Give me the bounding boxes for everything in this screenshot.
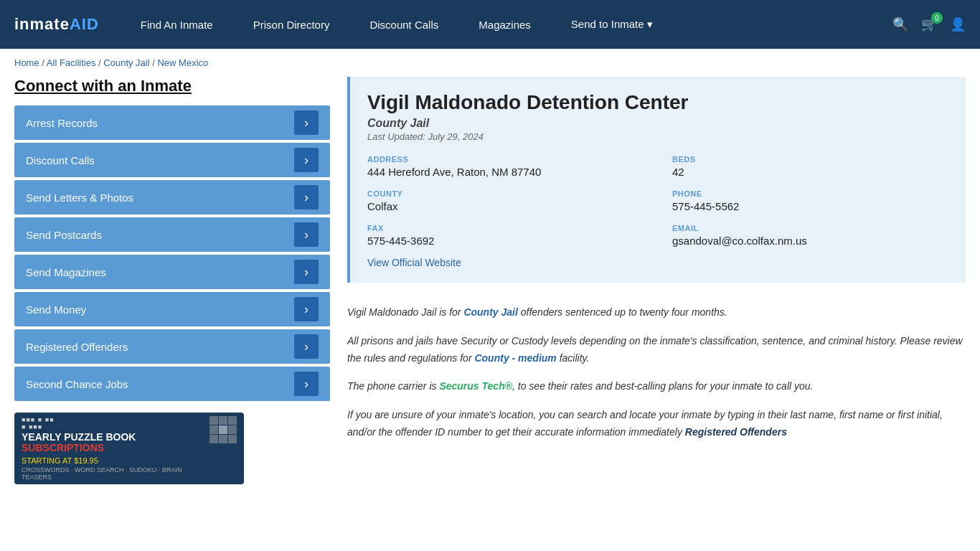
- header-icons: 🔍 🛒 0 👤: [892, 17, 966, 32]
- facility-description: Vigil Maldonado Jail is for County Jail …: [347, 297, 966, 460]
- sidebar-item-send-magazines[interactable]: Send Magazines ›: [14, 255, 330, 289]
- ad-title-line1: YEARLY PUZZLE BOOK: [22, 432, 204, 443]
- sidebar: Connect with an Inmate Arrest Records › …: [14, 77, 330, 484]
- desc-para3: The phone carrier is Securus Tech®, to s…: [347, 378, 966, 395]
- arrow-icon: ›: [294, 260, 319, 284]
- arrow-icon: ›: [294, 185, 319, 209]
- main-nav: Find An Inmate Prison Directory Discount…: [121, 18, 892, 31]
- facility-name: Vigil Maldonado Detention Center: [367, 91, 948, 114]
- site-header: inmateAID Find An Inmate Prison Director…: [0, 0, 980, 49]
- breadcrumb: Home / All Facilities / County Jail / Ne…: [0, 49, 980, 77]
- sidebar-menu: Arrest Records › Discount Calls › Send L…: [14, 105, 330, 401]
- nav-send-to-inmate[interactable]: Send to Inmate ▾: [551, 18, 673, 31]
- sidebar-item-send-money[interactable]: Send Money ›: [14, 292, 330, 326]
- beds-value: 42: [672, 166, 948, 178]
- main-container: Connect with an Inmate Arrest Records › …: [0, 77, 980, 499]
- breadcrumb-new-mexico[interactable]: New Mexico: [157, 57, 208, 68]
- county-jail-link1[interactable]: County Jail: [463, 306, 517, 318]
- cart-button[interactable]: 🛒 0: [921, 17, 937, 32]
- county-block: COUNTY Colfax: [367, 189, 644, 212]
- sidebar-heading: Connect with an Inmate: [14, 77, 330, 95]
- sidebar-item-label: Send Magazines: [26, 266, 106, 278]
- registered-offenders-link[interactable]: Registered Offenders: [685, 426, 787, 438]
- ad-price: STARTING AT $19.95: [22, 456, 204, 465]
- sidebar-item-label: Send Postcards: [26, 229, 102, 241]
- ad-banner[interactable]: ■■■ ■ ■■■ ■■■ YEARLY PUZZLE BOOK SUBSCRI…: [14, 413, 244, 484]
- sidebar-item-registered-offenders[interactable]: Registered Offenders ›: [14, 329, 330, 364]
- sidebar-item-send-letters[interactable]: Send Letters & Photos ›: [14, 180, 330, 215]
- sidebar-item-label: Second Chance Jobs: [26, 378, 128, 390]
- facility-updated: Last Updated: July 29, 2024: [367, 131, 948, 142]
- desc-para4: If you are unsure of your inmate's locat…: [347, 407, 966, 441]
- county-value: Colfax: [367, 200, 644, 212]
- arrow-icon: ›: [294, 110, 319, 135]
- arrow-icon: ›: [294, 148, 319, 172]
- nav-discount-calls[interactable]: Discount Calls: [349, 19, 458, 31]
- logo[interactable]: inmateAID: [14, 15, 99, 34]
- sidebar-item-second-chance-jobs[interactable]: Second Chance Jobs ›: [14, 367, 330, 401]
- arrow-icon: ›: [294, 334, 319, 359]
- sidebar-item-label: Send Letters & Photos: [26, 192, 133, 204]
- sidebar-item-label: Discount Calls: [26, 154, 95, 166]
- address-label: ADDRESS: [367, 155, 644, 164]
- sidebar-item-label: Send Money: [26, 303, 86, 316]
- sidebar-item-label: Registered Offenders: [26, 341, 128, 353]
- fax-value: 575-445-3692: [367, 235, 644, 247]
- nav-find-inmate[interactable]: Find An Inmate: [121, 19, 233, 31]
- email-label: EMAIL: [672, 224, 948, 232]
- email-value: gsandoval@co.colfax.nm.us: [672, 235, 948, 247]
- phone-block: PHONE 575-445-5562: [672, 189, 948, 212]
- arrow-icon: ›: [294, 297, 319, 321]
- ad-puzzle-label: ■■■ ■ ■■■ ■■■: [22, 416, 204, 430]
- desc-para2: All prisons and jails have Security or C…: [347, 333, 966, 367]
- breadcrumb-all-facilities[interactable]: All Facilities: [47, 57, 96, 68]
- email-block: EMAIL gsandoval@co.colfax.nm.us: [672, 224, 948, 247]
- content-area: Vigil Maldonado Detention Center County …: [347, 77, 966, 484]
- address-value: 444 Hereford Ave, Raton, NM 87740: [367, 166, 644, 178]
- sidebar-item-send-postcards[interactable]: Send Postcards ›: [14, 217, 330, 252]
- facility-card: Vigil Maldonado Detention Center County …: [347, 77, 966, 283]
- beds-label: BEDS: [672, 155, 948, 164]
- facility-type: County Jail: [367, 117, 948, 130]
- nav-prison-directory[interactable]: Prison Directory: [233, 19, 350, 31]
- cart-badge: 0: [931, 12, 943, 24]
- arrow-icon: ›: [294, 372, 319, 396]
- phone-value: 575-445-5562: [672, 200, 948, 212]
- sidebar-item-discount-calls[interactable]: Discount Calls ›: [14, 143, 330, 177]
- ad-types: CROSSWORDS · WORD SEARCH · SUDOKU · BRAI…: [22, 466, 204, 481]
- sidebar-item-arrest-records[interactable]: Arrest Records ›: [14, 105, 330, 140]
- fax-block: FAX 575-445-3692: [367, 224, 644, 247]
- ad-title-line2: SUBSCRIPTIONS: [22, 443, 204, 453]
- facility-info-grid: ADDRESS 444 Hereford Ave, Raton, NM 8774…: [367, 155, 948, 247]
- securus-link[interactable]: Securus Tech®: [439, 380, 512, 392]
- user-button[interactable]: 👤: [950, 17, 966, 32]
- fax-label: FAX: [367, 224, 644, 232]
- breadcrumb-home[interactable]: Home: [14, 57, 39, 68]
- arrow-icon: ›: [294, 222, 319, 247]
- ad-grid-icon: [209, 416, 237, 443]
- county-medium-link[interactable]: County - medium: [474, 352, 556, 364]
- phone-label: PHONE: [672, 189, 948, 198]
- desc-para1: Vigil Maldonado Jail is for County Jail …: [347, 304, 966, 321]
- beds-block: BEDS 42: [672, 155, 948, 178]
- address-block: ADDRESS 444 Hereford Ave, Raton, NM 8774…: [367, 155, 644, 178]
- sidebar-item-label: Arrest Records: [26, 117, 98, 129]
- breadcrumb-county-jail[interactable]: County Jail: [103, 57, 149, 68]
- nav-magazines[interactable]: Magazines: [458, 19, 551, 31]
- view-official-website-link[interactable]: View Official Website: [367, 257, 461, 268]
- search-button[interactable]: 🔍: [892, 17, 908, 32]
- county-label: COUNTY: [367, 189, 644, 198]
